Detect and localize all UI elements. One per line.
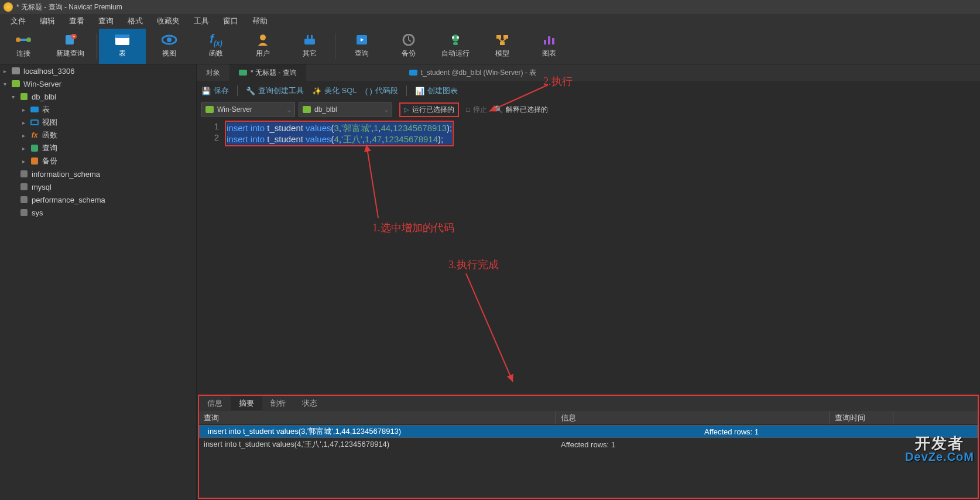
tab-object[interactable]: 对象 — [197, 64, 229, 81]
wrench-icon: 🔧 — [246, 87, 255, 95]
menu-edit[interactable]: 编辑 — [33, 15, 62, 28]
tree-views[interactable]: 视图 — [0, 116, 196, 129]
tree-label: 表 — [42, 104, 50, 115]
menu-help[interactable]: 帮助 — [245, 15, 275, 28]
svg-line-30 — [366, 145, 378, 218]
header-time: 查询时间 — [830, 411, 893, 424]
tree-label: mysql — [32, 183, 52, 191]
explain-selected-button[interactable]: 🔍解释已选择的 — [494, 105, 548, 115]
database-icon — [20, 170, 28, 177]
line-number: 1 — [197, 121, 219, 132]
chevron-down-icon: ⌵ — [385, 107, 388, 113]
server-selector[interactable]: Win-Server⌵ — [201, 102, 295, 117]
toolbar-model[interactable]: 模型 — [479, 29, 526, 64]
brackets-icon: ( ) — [365, 87, 372, 95]
table-tab-icon — [409, 70, 417, 76]
toolbar-backup[interactable]: 备份 — [385, 29, 432, 64]
menu-format[interactable]: 格式 — [121, 15, 150, 28]
toolbar-new-query[interactable]: +新建查询 — [47, 29, 94, 64]
menu-favorites[interactable]: 收藏夹 — [150, 15, 187, 28]
menu-tools[interactable]: 工具 — [187, 15, 216, 28]
toolbar-view-label: 视图 — [162, 49, 176, 59]
tree-database-sys[interactable]: sys — [0, 206, 196, 219]
explain-label: 解释已选择的 — [506, 105, 548, 115]
result-row[interactable]: insert into t_student values(3,'郭富城',1,4… — [199, 425, 978, 438]
result-tabs: 信息 摘要 剖析 状态 — [199, 396, 978, 411]
result-tab-profile[interactable]: 剖析 — [262, 396, 294, 410]
main-area: 对象 * 无标题 - 查询 t_student @db_blbl (Win-Se… — [197, 64, 980, 500]
annotation-1: 1.选中增加的代码 — [372, 221, 454, 235]
svg-rect-20 — [453, 42, 458, 45]
tree-queries[interactable]: 查询 — [0, 142, 196, 155]
watermark: 开发者 DevZe.CoM — [905, 436, 974, 463]
menu-bar: 文件 编辑 查看 查询 格式 收藏夹 工具 窗口 帮助 — [0, 14, 980, 28]
toolbar-function[interactable]: f(x)函数 — [193, 29, 239, 64]
run-selected-button[interactable]: ▷运行已选择的 — [399, 102, 459, 117]
svg-point-19 — [457, 36, 459, 39]
function-icon: fx — [32, 131, 38, 139]
menu-file[interactable]: 文件 — [4, 15, 33, 28]
result-row[interactable]: insert into t_student values(4,'王八',1,47… — [199, 438, 978, 451]
database-selector[interactable]: db_blbl⌵ — [299, 102, 392, 117]
tab-tstudent[interactable]: t_student @db_blbl (Win-Server) - 表 — [400, 64, 546, 81]
menu-window[interactable]: 窗口 — [216, 15, 245, 28]
save-button[interactable]: 💾保存 — [201, 85, 229, 96]
svg-point-1 — [16, 37, 20, 42]
toolbar-chart-label: 图表 — [542, 49, 556, 59]
toolbar-query[interactable]: 查询 — [338, 29, 385, 64]
tab-untitled-query[interactable]: * 无标题 - 查询 — [229, 64, 306, 81]
connection-icon — [205, 106, 214, 113]
result-tab-info[interactable]: 信息 — [199, 396, 231, 410]
toolbar-autorun[interactable]: 自动运行 — [432, 29, 479, 64]
tree-functions[interactable]: fx函数 — [0, 129, 196, 142]
connection-selector-bar: Win-Server⌵ db_blbl⌵ ▷运行已选择的 □停止 🔍解释已选择的 — [197, 101, 980, 118]
result-tab-summary[interactable]: 摘要 — [231, 396, 262, 410]
beautify-sql-button[interactable]: ✨美化 SQL — [312, 85, 357, 96]
svg-rect-13 — [311, 35, 313, 40]
toolbar-connect[interactable]: 连接 — [0, 29, 47, 64]
tree-label: sys — [32, 208, 43, 217]
svg-rect-7 — [115, 35, 129, 38]
query-builder-button[interactable]: 🔧查询创建工具 — [246, 85, 304, 96]
svg-line-31 — [466, 273, 513, 382]
run-label: 运行已选择的 — [412, 105, 454, 115]
database-icon — [303, 106, 311, 113]
tree-connection-winserver[interactable]: Win-Server — [0, 77, 196, 90]
toolbar-view[interactable]: 视图 — [146, 29, 193, 64]
toolbar-table[interactable]: 表 — [99, 29, 146, 64]
tree-database-perfschema[interactable]: performance_schema — [0, 193, 196, 206]
tree-label: localhost_3306 — [23, 67, 74, 76]
toolbar-function-label: 函数 — [209, 49, 223, 59]
tree-database-dbblbl[interactable]: db_blbl — [0, 90, 196, 103]
svg-line-24 — [499, 39, 502, 42]
result-info-cell: Affected rows: 1 — [556, 439, 830, 450]
backup-icon — [31, 157, 38, 165]
tree-database-mysql[interactable]: mysql — [0, 180, 196, 193]
tree-label: information_schema — [32, 170, 100, 179]
menu-view[interactable]: 查看 — [62, 15, 91, 28]
header-query: 查询 — [199, 411, 556, 424]
result-tab-status[interactable]: 状态 — [294, 396, 325, 410]
sql-editor[interactable]: 1 2 insert into t_student values(3,'郭富城'… — [197, 118, 980, 395]
svg-point-9 — [167, 37, 172, 42]
code-snippet-button[interactable]: ( )代码段 — [365, 85, 398, 96]
tree-connection-localhost[interactable]: localhost_3306 — [0, 64, 196, 77]
selector-value: db_blbl — [314, 105, 337, 114]
toolbar-user[interactable]: 用户 — [239, 29, 286, 64]
toolbar-other[interactable]: 其它 — [286, 29, 333, 64]
sparkle-icon: ✨ — [312, 87, 321, 95]
menu-query[interactable]: 查询 — [91, 15, 121, 28]
tree-backups[interactable]: 备份 — [0, 155, 196, 167]
line-number: 2 — [197, 132, 219, 143]
create-chart-button[interactable]: 📊创建图表 — [415, 85, 458, 96]
stop-button[interactable]: □停止 — [466, 105, 487, 115]
tree-label: 查询 — [42, 143, 57, 153]
svg-point-18 — [452, 36, 454, 39]
tree-label: 备份 — [42, 156, 57, 166]
tab-label: 对象 — [206, 68, 220, 78]
app-icon — [4, 2, 13, 12]
query-icon — [31, 145, 38, 152]
tree-tables[interactable]: 表 — [0, 103, 196, 116]
tree-database-infoschema[interactable]: information_schema — [0, 167, 196, 180]
toolbar-chart[interactable]: 图表 — [526, 29, 573, 64]
